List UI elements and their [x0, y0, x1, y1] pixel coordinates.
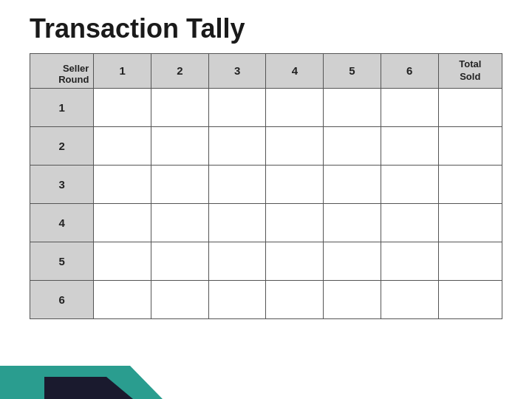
cell-1-1: [94, 88, 151, 126]
total-4: [438, 203, 502, 242]
table-row: 2: [30, 126, 502, 165]
table-row: 6: [30, 280, 502, 318]
table-row: 4: [30, 203, 502, 242]
col-header-6: 6: [381, 54, 438, 89]
total-5: [438, 242, 502, 280]
cell-2-1: [94, 126, 151, 165]
cell-3-2: [151, 165, 209, 203]
total-sold-header: TotalSold: [438, 54, 502, 89]
cell-5-5: [324, 242, 381, 280]
cell-2-2: [151, 126, 209, 165]
cell-6-5: [324, 280, 381, 318]
col-header-5: 5: [324, 54, 381, 89]
total-1: [438, 88, 502, 126]
cell-2-6: [381, 126, 438, 165]
total-6: [438, 280, 502, 318]
cell-4-1: [94, 203, 151, 242]
table-row: 5: [30, 242, 502, 280]
cell-5-4: [266, 242, 324, 280]
cell-4-4: [266, 203, 324, 242]
cell-6-1: [94, 280, 151, 318]
row-header-1: 1: [30, 88, 94, 126]
col-header-2: 2: [151, 54, 209, 89]
seller-label: Seller: [35, 63, 89, 74]
col-header-3: 3: [208, 54, 266, 89]
cell-4-6: [381, 203, 438, 242]
cell-4-3: [208, 203, 266, 242]
total-3: [438, 165, 502, 203]
cell-1-2: [151, 88, 209, 126]
table-row: 1: [30, 88, 502, 126]
cell-4-5: [324, 203, 381, 242]
transaction-tally-table: Seller Round 1 2 3 4 5 6 TotalSold 1: [30, 53, 502, 319]
bottom-decoration: [0, 362, 532, 399]
cell-2-4: [266, 126, 324, 165]
row-header-4: 4: [30, 203, 94, 242]
table-container: Seller Round 1 2 3 4 5 6 TotalSold 1: [30, 53, 502, 319]
cell-6-3: [208, 280, 266, 318]
page-title: Transaction Tally: [0, 0, 532, 53]
col-header-1: 1: [94, 54, 151, 89]
cell-3-4: [266, 165, 324, 203]
cell-3-3: [208, 165, 266, 203]
col-header-4: 4: [266, 54, 324, 89]
cell-6-4: [266, 280, 324, 318]
cell-3-6: [381, 165, 438, 203]
row-header-5: 5: [30, 242, 94, 280]
cell-3-1: [94, 165, 151, 203]
cell-2-3: [208, 126, 266, 165]
row-header-6: 6: [30, 280, 94, 318]
row-header-2: 2: [30, 126, 94, 165]
round-label: Round: [35, 74, 89, 85]
total-2: [438, 126, 502, 165]
cell-1-6: [381, 88, 438, 126]
cell-1-5: [324, 88, 381, 126]
cell-2-5: [324, 126, 381, 165]
cell-5-2: [151, 242, 209, 280]
cell-6-6: [381, 280, 438, 318]
cell-1-4: [266, 88, 324, 126]
cell-5-6: [381, 242, 438, 280]
cell-5-3: [208, 242, 266, 280]
header-seller-round: Seller Round: [30, 54, 94, 89]
cell-6-2: [151, 280, 209, 318]
table-row: 3: [30, 165, 502, 203]
row-header-3: 3: [30, 165, 94, 203]
cell-4-2: [151, 203, 209, 242]
cell-1-3: [208, 88, 266, 126]
cell-5-1: [94, 242, 151, 280]
cell-3-5: [324, 165, 381, 203]
